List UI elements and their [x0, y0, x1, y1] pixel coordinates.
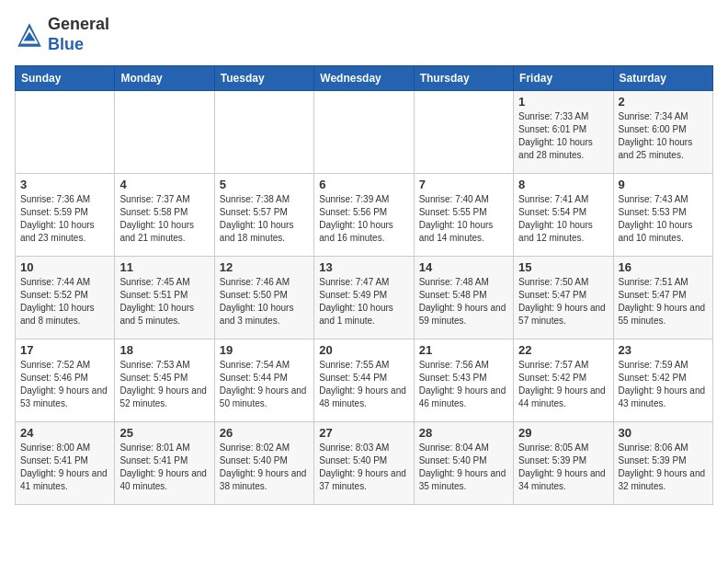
day-info: Sunrise: 7:44 AM Sunset: 5:52 PM Dayligh… [20, 276, 109, 327]
day-number: 24 [20, 426, 109, 440]
calendar-cell: 1Sunrise: 7:33 AM Sunset: 6:01 PM Daylig… [514, 91, 613, 174]
calendar-cell: 4Sunrise: 7:37 AM Sunset: 5:58 PM Daylig… [115, 174, 214, 257]
day-info: Sunrise: 7:40 AM Sunset: 5:55 PM Dayligh… [419, 193, 508, 245]
day-number: 10 [20, 260, 109, 274]
day-number: 25 [119, 426, 209, 440]
calendar-cell: 2Sunrise: 7:34 AM Sunset: 6:00 PM Daylig… [613, 91, 712, 174]
calendar-cell: 12Sunrise: 7:46 AM Sunset: 5:50 PM Dayli… [214, 257, 313, 339]
day-info: Sunrise: 7:50 AM Sunset: 5:47 PM Dayligh… [518, 276, 608, 327]
day-number: 1 [518, 95, 608, 109]
weekday-header: Thursday [414, 66, 513, 91]
calendar-cell: 19Sunrise: 7:54 AM Sunset: 5:44 PM Dayli… [214, 339, 313, 422]
weekday-header: Wednesday [314, 66, 414, 91]
calendar-week-row: 3Sunrise: 7:36 AM Sunset: 5:59 PM Daylig… [16, 174, 713, 257]
day-info: Sunrise: 7:43 AM Sunset: 5:53 PM Dayligh… [619, 193, 708, 245]
day-info: Sunrise: 7:34 AM Sunset: 6:00 PM Dayligh… [619, 110, 708, 162]
calendar-cell: 23Sunrise: 7:59 AM Sunset: 5:42 PM Dayli… [613, 339, 712, 422]
calendar-header: SundayMondayTuesdayWednesdayThursdayFrid… [16, 66, 713, 91]
day-number: 22 [518, 343, 608, 357]
day-number: 8 [518, 178, 608, 191]
calendar-cell [414, 91, 513, 174]
calendar-cell: 28Sunrise: 8:04 AM Sunset: 5:40 PM Dayli… [414, 422, 513, 505]
calendar-cell: 16Sunrise: 7:51 AM Sunset: 5:47 PM Dayli… [613, 257, 712, 339]
day-number: 18 [119, 343, 209, 357]
calendar-cell: 24Sunrise: 8:00 AM Sunset: 5:41 PM Dayli… [16, 422, 115, 505]
day-number: 30 [619, 426, 708, 440]
calendar-cell: 27Sunrise: 8:03 AM Sunset: 5:40 PM Dayli… [314, 422, 414, 505]
calendar-cell: 25Sunrise: 8:01 AM Sunset: 5:41 PM Dayli… [115, 422, 214, 505]
day-info: Sunrise: 8:01 AM Sunset: 5:41 PM Dayligh… [119, 442, 209, 493]
day-number: 12 [220, 260, 309, 274]
calendar-cell: 14Sunrise: 7:48 AM Sunset: 5:48 PM Dayli… [414, 257, 513, 339]
day-info: Sunrise: 8:04 AM Sunset: 5:40 PM Dayligh… [419, 442, 508, 493]
day-info: Sunrise: 7:55 AM Sunset: 5:44 PM Dayligh… [319, 359, 408, 410]
day-info: Sunrise: 7:52 AM Sunset: 5:46 PM Dayligh… [20, 359, 109, 410]
day-number: 13 [319, 260, 408, 274]
calendar-cell: 20Sunrise: 7:55 AM Sunset: 5:44 PM Dayli… [314, 339, 414, 422]
weekday-header: Saturday [613, 66, 712, 91]
logo-general: General [48, 15, 109, 33]
day-info: Sunrise: 8:05 AM Sunset: 5:39 PM Dayligh… [518, 442, 608, 493]
day-info: Sunrise: 7:45 AM Sunset: 5:51 PM Dayligh… [119, 276, 209, 327]
calendar-cell: 22Sunrise: 7:57 AM Sunset: 5:42 PM Dayli… [514, 339, 613, 422]
weekday-header: Sunday [16, 66, 115, 91]
calendar-cell [314, 91, 414, 174]
day-number: 29 [518, 426, 608, 440]
day-info: Sunrise: 7:51 AM Sunset: 5:47 PM Dayligh… [619, 276, 708, 327]
calendar-cell: 10Sunrise: 7:44 AM Sunset: 5:52 PM Dayli… [16, 257, 115, 339]
day-info: Sunrise: 7:59 AM Sunset: 5:42 PM Dayligh… [619, 359, 708, 410]
day-number: 27 [319, 426, 408, 440]
calendar-cell: 18Sunrise: 7:53 AM Sunset: 5:45 PM Dayli… [115, 339, 214, 422]
day-info: Sunrise: 7:37 AM Sunset: 5:58 PM Dayligh… [119, 193, 209, 245]
calendar-week-row: 17Sunrise: 7:52 AM Sunset: 5:46 PM Dayli… [16, 339, 713, 422]
day-number: 3 [20, 178, 109, 191]
day-info: Sunrise: 7:39 AM Sunset: 5:56 PM Dayligh… [319, 193, 408, 245]
calendar-cell [214, 91, 313, 174]
calendar-cell: 26Sunrise: 8:02 AM Sunset: 5:40 PM Dayli… [214, 422, 313, 505]
calendar-table: SundayMondayTuesdayWednesdayThursdayFrid… [15, 65, 713, 505]
calendar-week-row: 24Sunrise: 8:00 AM Sunset: 5:41 PM Dayli… [16, 422, 713, 505]
logo-icon [15, 20, 44, 50]
calendar-cell: 11Sunrise: 7:45 AM Sunset: 5:51 PM Dayli… [115, 257, 214, 339]
logo-text: General Blue [48, 15, 109, 54]
weekday-header: Friday [514, 66, 613, 91]
calendar-week-row: 1Sunrise: 7:33 AM Sunset: 6:01 PM Daylig… [16, 91, 713, 174]
day-info: Sunrise: 7:47 AM Sunset: 5:49 PM Dayligh… [319, 276, 408, 327]
day-number: 6 [319, 178, 408, 191]
day-number: 11 [119, 260, 209, 274]
day-number: 23 [619, 343, 708, 357]
calendar-cell: 8Sunrise: 7:41 AM Sunset: 5:54 PM Daylig… [514, 174, 613, 257]
calendar-body: 1Sunrise: 7:33 AM Sunset: 6:01 PM Daylig… [16, 91, 713, 505]
day-number: 20 [319, 343, 408, 357]
calendar-cell: 17Sunrise: 7:52 AM Sunset: 5:46 PM Dayli… [16, 339, 115, 422]
day-info: Sunrise: 7:56 AM Sunset: 5:43 PM Dayligh… [419, 359, 508, 410]
day-info: Sunrise: 7:36 AM Sunset: 5:59 PM Dayligh… [20, 193, 109, 245]
day-number: 28 [419, 426, 508, 440]
day-number: 17 [20, 343, 109, 357]
day-number: 2 [619, 95, 708, 109]
calendar-cell: 15Sunrise: 7:50 AM Sunset: 5:47 PM Dayli… [514, 257, 613, 339]
logo: General Blue [15, 15, 109, 54]
day-info: Sunrise: 7:48 AM Sunset: 5:48 PM Dayligh… [419, 276, 508, 327]
day-info: Sunrise: 7:38 AM Sunset: 5:57 PM Dayligh… [220, 193, 309, 245]
calendar-cell [16, 91, 115, 174]
day-number: 26 [220, 426, 309, 440]
weekday-header: Monday [115, 66, 214, 91]
day-info: Sunrise: 7:46 AM Sunset: 5:50 PM Dayligh… [220, 276, 309, 327]
weekday-header: Tuesday [214, 66, 313, 91]
calendar-cell: 21Sunrise: 7:56 AM Sunset: 5:43 PM Dayli… [414, 339, 513, 422]
calendar-cell: 29Sunrise: 8:05 AM Sunset: 5:39 PM Dayli… [514, 422, 613, 505]
calendar-cell [115, 91, 214, 174]
day-number: 4 [119, 178, 209, 191]
day-info: Sunrise: 8:06 AM Sunset: 5:39 PM Dayligh… [619, 442, 708, 493]
day-info: Sunrise: 7:53 AM Sunset: 5:45 PM Dayligh… [119, 359, 209, 410]
calendar-cell: 3Sunrise: 7:36 AM Sunset: 5:59 PM Daylig… [16, 174, 115, 257]
calendar-cell: 5Sunrise: 7:38 AM Sunset: 5:57 PM Daylig… [214, 174, 313, 257]
day-info: Sunrise: 8:00 AM Sunset: 5:41 PM Dayligh… [20, 442, 109, 493]
calendar-cell: 30Sunrise: 8:06 AM Sunset: 5:39 PM Dayli… [613, 422, 712, 505]
calendar-cell: 9Sunrise: 7:43 AM Sunset: 5:53 PM Daylig… [613, 174, 712, 257]
day-info: Sunrise: 8:03 AM Sunset: 5:40 PM Dayligh… [319, 442, 408, 493]
day-number: 21 [419, 343, 508, 357]
day-info: Sunrise: 8:02 AM Sunset: 5:40 PM Dayligh… [220, 442, 309, 493]
day-info: Sunrise: 7:57 AM Sunset: 5:42 PM Dayligh… [518, 359, 608, 410]
